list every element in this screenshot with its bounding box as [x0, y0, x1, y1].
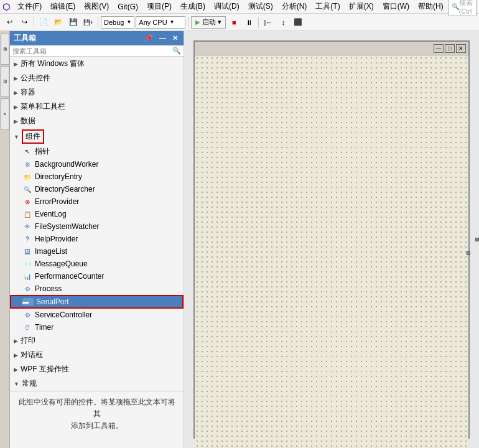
resize-handle-right-center[interactable] — [467, 251, 470, 255]
toolbox-pin-icon[interactable]: 📌 — [142, 34, 155, 43]
misc-btn1[interactable]: |← — [261, 16, 275, 29]
left-tab-3[interactable]: ≡ — [1, 98, 9, 129]
category-arrow-print: ▶ — [14, 338, 18, 344]
menu-git[interactable]: Git(G) — [114, 1, 142, 12]
menu-analyze[interactable]: 分析(N) — [278, 0, 311, 13]
form-maximize-button[interactable]: □ — [445, 44, 455, 53]
category-label-dialogs: 对话框 — [21, 350, 43, 360]
category-label-print: 打印 — [21, 335, 35, 346]
category-all-windows[interactable]: ▶ 所有 Windows 窗体 — [10, 57, 184, 71]
menu-tools[interactable]: 工具(T) — [312, 0, 343, 13]
menu-debug[interactable]: 调试(D) — [210, 0, 243, 13]
designer-area: — □ ✕ — [184, 31, 479, 448]
category-wpf[interactable]: ▶ WPF 互操作性 — [10, 362, 184, 376]
tool-pointer[interactable]: ↖ 指针 — [10, 145, 184, 158]
run-button[interactable]: ▶ 启动 ▾ — [191, 16, 226, 29]
category-label-all-windows: 所有 Windows 窗体 — [21, 58, 85, 69]
category-containers[interactable]: ▶ 容器 — [10, 85, 184, 100]
redo-button[interactable]: ↪ — [17, 16, 31, 29]
menu-extensions[interactable]: 扩展(X) — [345, 0, 378, 13]
menu-window[interactable]: 窗口(W) — [379, 0, 413, 13]
menu-edit[interactable]: 编辑(E) — [47, 0, 79, 13]
tool-label-eventlog: EventLog — [35, 210, 67, 218]
save-all-button[interactable]: 💾+ — [81, 16, 95, 29]
directoryentry-icon: 📁 — [22, 172, 32, 182]
category-dialogs[interactable]: ▶ 对话框 — [10, 348, 184, 362]
tool-imagelist[interactable]: 🖼 ImageList — [10, 245, 184, 258]
tool-label-helpprovider: HelpProvider — [35, 235, 78, 243]
category-common-controls[interactable]: ▶ 公共控件 — [10, 71, 184, 85]
tool-messagequeue[interactable]: 📨 MessageQueue — [10, 258, 184, 270]
menu-test[interactable]: 测试(S) — [244, 0, 277, 13]
tool-label-directorysearcher: DirectorySearcher — [35, 185, 95, 194]
form-inner — [195, 55, 468, 448]
tool-label-filesystemwatcher: FileSystemWatcher — [35, 222, 100, 231]
stop-button[interactable]: ■ — [227, 16, 241, 29]
search-box[interactable]: 🔍 搜索 (Ctrl — [449, 0, 477, 16]
new-button[interactable]: 📄 — [37, 16, 50, 29]
category-arrow-containers: ▶ — [14, 90, 18, 96]
tool-performancecounter[interactable]: 📊 PerformanceCounter — [10, 270, 184, 282]
tool-label-pointer: 指针 — [35, 146, 50, 157]
category-components[interactable]: ▼ 组件 — [10, 128, 184, 145]
debug-config-label: Debug — [104, 19, 124, 26]
category-label-data: 数据 — [21, 116, 35, 126]
toolbox-body: ▶ 所有 Windows 窗体 ▶ 公共控件 ▶ 容器 ▶ 菜单和工具栏 ▶ 数… — [10, 57, 184, 448]
tool-directorysearcher[interactable]: 🔍 DirectorySearcher — [10, 183, 184, 195]
category-arrow-general: ▼ — [14, 381, 19, 387]
category-label-general: 常规 — [22, 378, 37, 389]
undo-button[interactable]: ↩ — [2, 16, 16, 29]
tool-errorprovider[interactable]: ⊗ ErrorProvider — [10, 195, 184, 208]
menu-project[interactable]: 项目(P) — [143, 0, 175, 13]
menu-view[interactable]: 视图(V) — [80, 0, 113, 13]
toolbox-search[interactable]: 🔍 — [10, 45, 184, 57]
misc-btn2[interactable]: ↕ — [276, 16, 290, 29]
process-icon: ⚙ — [22, 284, 32, 294]
tool-eventlog[interactable]: 📋 EventLog — [10, 208, 184, 220]
tool-helpprovider[interactable]: ? HelpProvider — [10, 233, 184, 245]
tool-servicecontroller[interactable]: ⚙ ServiceController — [10, 309, 184, 321]
left-tab-1[interactable]: ⊞ — [1, 34, 9, 65]
toolbox-close-icon[interactable]: ✕ — [170, 34, 180, 43]
filesystemwatcher-icon: 👁 — [22, 222, 32, 231]
tool-serialport[interactable]: ▬ SerialPort — [10, 295, 184, 309]
category-print[interactable]: ▶ 打印 — [10, 334, 184, 348]
category-label-wpf: WPF 互操作性 — [21, 364, 69, 375]
menu-help[interactable]: 帮助(H) — [414, 0, 447, 13]
left-tab-2[interactable]: ⊟ — [1, 66, 9, 97]
form-minimize-button[interactable]: — — [434, 44, 444, 53]
save-button[interactable]: 💾 — [67, 16, 80, 29]
pause-button[interactable]: ⏸ — [242, 16, 256, 29]
grid-pattern — [195, 55, 468, 448]
cpu-dropdown[interactable]: Any CPU ▼ — [136, 16, 185, 29]
tool-timer[interactable]: ⏱ Timer — [10, 321, 184, 334]
backgroundworker-icon: ⚙ — [22, 159, 32, 169]
toolbar-separator-2 — [98, 17, 98, 28]
open-button[interactable]: 📂 — [52, 16, 65, 29]
tool-label-serialport: SerialPort — [36, 297, 69, 306]
cpu-arrow: ▼ — [170, 19, 175, 25]
eventlog-icon: 📋 — [22, 209, 32, 219]
toolbox-search-input[interactable] — [12, 47, 172, 55]
menu-build[interactable]: 生成(B) — [177, 0, 209, 13]
category-arrow-menus: ▶ — [14, 104, 18, 110]
misc-btn3[interactable]: ⬛ — [291, 16, 305, 29]
toolbox-minus-icon[interactable]: — — [157, 34, 168, 43]
tool-process[interactable]: ⚙ Process — [10, 282, 184, 295]
tool-label-errorprovider: ErrorProvider — [35, 197, 79, 206]
tool-directoryentry[interactable]: 📁 DirectoryEntry — [10, 170, 184, 183]
designer-right-handle[interactable] — [475, 238, 479, 241]
debug-config-dropdown[interactable]: Debug ▼ — [101, 16, 134, 29]
category-data[interactable]: ▶ 数据 — [10, 114, 184, 128]
category-general[interactable]: ▼ 常规 — [10, 376, 184, 391]
tool-filesystemwatcher[interactable]: 👁 FileSystemWatcher — [10, 220, 184, 233]
menu-file[interactable]: 文件(F) — [14, 0, 45, 13]
category-menus[interactable]: ▶ 菜单和工具栏 — [10, 100, 184, 114]
main-layout: ⊞ ⊟ ≡ 工具箱 📌 — ✕ 🔍 ▶ 所有 Windows 窗体 — [0, 31, 479, 448]
tool-label-process: Process — [35, 284, 62, 293]
search-label: 搜索 (Ctrl — [459, 0, 473, 15]
tool-backgroundworker[interactable]: ⚙ BackgroundWorker — [10, 158, 184, 170]
form-close-button[interactable]: ✕ — [456, 44, 466, 53]
category-arrow-common: ▶ — [14, 75, 18, 82]
serialport-icon: ▬ — [22, 298, 34, 306]
